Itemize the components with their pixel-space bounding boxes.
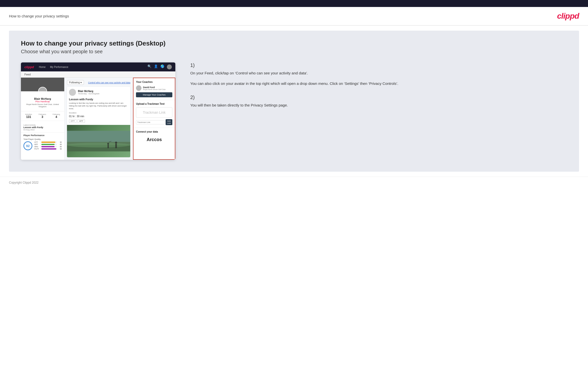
step-1: 1) On your Feed, click/tap on ‘Control w… (190, 62, 567, 87)
manage-coaches-button[interactable]: Manage Your Coaches (136, 92, 172, 97)
profile-name: Blair McHarg (23, 97, 62, 100)
trackman-section: Upload a Trackman Test Trackman Link Add… (133, 100, 175, 128)
profile-stats: Activities 131 Followers 3 Following 4 (21, 111, 64, 121)
post-user-info: Blair McHarg Yesterday · Sunningdale (78, 90, 99, 95)
control-privacy-link[interactable]: Control who can see your activity and da… (88, 81, 131, 84)
trackman-link-input[interactable] (136, 120, 165, 124)
middle-panel: Following ▾ Control who can see your act… (65, 78, 133, 160)
step-1-text-2: You can also click on your avatar in the… (190, 81, 567, 87)
player-perf-title: Player Performance (23, 134, 62, 137)
app-nav: clippd Home My Performance 🔍 👤 🌎 (21, 62, 175, 71)
followers-value: 3 (39, 115, 46, 119)
coach-item: David Ford Royal North Devon Golf Club (136, 85, 172, 91)
followers-label: Followers (39, 113, 46, 115)
instructions-panel: 1) On your Feed, click/tap on ‘Control w… (185, 62, 567, 116)
feed-tab[interactable]: Feed (24, 73, 31, 76)
search-icon[interactable]: 🔍 (147, 64, 151, 69)
step-1-number: 1) (190, 62, 567, 68)
post-image-svg (67, 125, 130, 157)
profile-info: Blair McHarg Plus Handicap Royal North D… (21, 91, 64, 110)
coaches-section: Your Coaches David Ford Royal North Devo… (133, 78, 175, 100)
top-bar (0, 0, 588, 7)
left-panel: Blair McHarg Plus Handicap Royal North D… (21, 78, 65, 160)
page-title: How to change your privacy settings (9, 14, 69, 18)
post-title: Lesson with Fordy (67, 98, 130, 102)
app-nav-links: Home My Performance (39, 66, 68, 68)
trackman-title: Upload a Trackman Test (136, 103, 172, 105)
content-subtitle: Choose what you want people to see (21, 49, 567, 54)
app-nav-icons: 🔍 👤 🌎 (147, 64, 172, 69)
activities-label: Activities (25, 113, 32, 115)
score-circle: 92 (23, 141, 32, 150)
svg-point-2 (67, 143, 130, 147)
metric-row: ARG 86 (34, 146, 62, 148)
metric-row: APP 85 (34, 144, 62, 145)
step-2-text: You will then be taken directly to the P… (190, 102, 567, 108)
trackman-placeholder: Trackman Link (136, 107, 172, 118)
content-area: How to change your privacy settings (Des… (9, 31, 579, 172)
tpq-label: Total Player Quality (23, 138, 62, 140)
stat-following: Following 4 (53, 113, 60, 119)
post-image (67, 125, 130, 157)
content-title: How to change your privacy settings (Des… (21, 40, 567, 47)
following-bar: Following ▾ Control who can see your act… (67, 80, 130, 85)
svg-rect-8 (115, 144, 117, 148)
stat-activities: Activities 131 (25, 113, 32, 119)
step-1-text-1: On your Feed, click/tap on ‘Control who … (190, 70, 567, 76)
metric-row: OTT 90 (34, 141, 62, 143)
right-panel: Your Coaches David Ford Royal North Devo… (133, 78, 175, 160)
connect-section: Connect your data Arccos (133, 128, 175, 147)
svg-point-7 (115, 141, 117, 144)
duration-value: 01 hr : 30 min (67, 115, 130, 119)
profile-handicap: Plus Handicap (23, 100, 62, 103)
avatar[interactable] (167, 64, 172, 69)
copyright-text: Copyright Clippd 2022 (9, 181, 39, 184)
metric-row: PUTT 96 (34, 148, 62, 150)
feed-bar: Feed (21, 71, 175, 78)
tag-ott: OTT (69, 119, 76, 123)
player-performance: Player Performance Total Player Quality … (21, 132, 64, 152)
step-2-number: 2) (190, 95, 567, 100)
activities-value: 131 (25, 115, 32, 119)
following-label: Following (53, 113, 60, 115)
app-mockup: clippd Home My Performance 🔍 👤 🌎 Feed (21, 62, 175, 160)
tpq-content: 92 OTT 90 APP 85 ARG (23, 141, 62, 150)
globe-icon[interactable]: 🌎 (160, 64, 164, 69)
profile-avatar (38, 87, 47, 91)
latest-activity-label: Latest Activity (23, 124, 62, 126)
footer: Copyright Clippd 2022 (0, 177, 588, 188)
svg-rect-3 (67, 131, 130, 142)
metrics: OTT 90 APP 85 ARG 86 (34, 141, 62, 150)
coach-name: David Ford (143, 86, 165, 89)
main-layout: clippd Home My Performance 🔍 👤 🌎 Feed (21, 62, 567, 160)
coach-avatar (136, 85, 141, 91)
stat-followers: Followers 3 (39, 113, 46, 119)
post-avatar (69, 89, 76, 96)
add-link-button[interactable]: Add Link (166, 119, 172, 125)
app-body: Blair McHarg Plus Handicap Royal North D… (21, 78, 175, 160)
latest-activity-name: Lesson with Fordy (23, 126, 62, 129)
profile-header (21, 78, 64, 91)
post-header: Blair McHarg Yesterday · Sunningdale (67, 87, 130, 98)
user-icon[interactable]: 👤 (154, 64, 158, 69)
latest-activity: Latest Activity Lesson with Fordy 03 Aug… (21, 122, 64, 132)
nav-my-performance[interactable]: My Performance (50, 66, 68, 68)
trackman-link-row: Add Link (136, 119, 172, 125)
latest-activity-date: 03 Aug 2022 (23, 129, 62, 131)
tag-app: APP (77, 119, 85, 123)
duration-label: Duration (67, 112, 130, 115)
coaches-title: Your Coaches (136, 81, 172, 83)
svg-point-4 (107, 143, 109, 145)
clippd-logo: clippd (557, 11, 579, 21)
post-description: Looking to feel like my hands are exitin… (67, 102, 130, 112)
coach-info: David Ford Royal North Devon Golf Club (143, 86, 165, 90)
connect-title: Connect your data (136, 130, 172, 133)
following-button[interactable]: Following ▾ (67, 80, 84, 85)
profile-club: Royal North Devon Golf Club, United King… (23, 103, 62, 108)
arccos-logo: Arccos (136, 135, 172, 144)
step-2: 2) You will then be taken directly to th… (190, 95, 567, 108)
post-tags: OTT APP (67, 119, 130, 125)
nav-home[interactable]: Home (39, 66, 46, 68)
app-logo: clippd (24, 65, 34, 69)
post-user-name: Blair McHarg (78, 90, 99, 93)
